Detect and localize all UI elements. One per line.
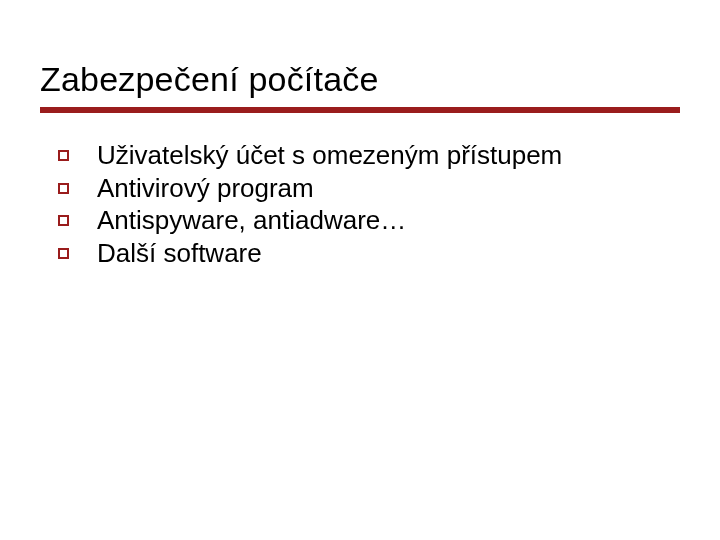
square-bullet-icon bbox=[58, 248, 69, 259]
list-item-text: Další software bbox=[97, 237, 262, 270]
list-item: Uživatelský účet s omezeným přístupem bbox=[58, 139, 680, 172]
slide: Zabezpečení počítače Uživatelský účet s … bbox=[0, 0, 720, 540]
square-bullet-icon bbox=[58, 215, 69, 226]
list-item-text: Uživatelský účet s omezeným přístupem bbox=[97, 139, 562, 172]
square-bullet-icon bbox=[58, 183, 69, 194]
list-item-text: Antispyware, antiadware… bbox=[97, 204, 406, 237]
title-underline bbox=[40, 107, 680, 113]
bullet-list: Uživatelský účet s omezeným přístupem An… bbox=[40, 139, 680, 269]
list-item: Antispyware, antiadware… bbox=[58, 204, 680, 237]
square-bullet-icon bbox=[58, 150, 69, 161]
list-item: Antivirový program bbox=[58, 172, 680, 205]
slide-title: Zabezpečení počítače bbox=[40, 60, 680, 99]
list-item-text: Antivirový program bbox=[97, 172, 314, 205]
list-item: Další software bbox=[58, 237, 680, 270]
